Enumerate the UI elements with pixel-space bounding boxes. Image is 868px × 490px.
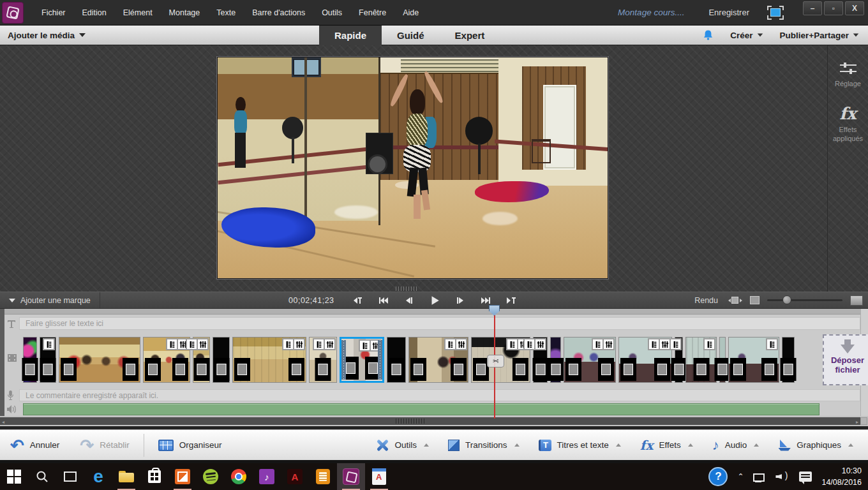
zoom-slider-thumb[interactable] — [782, 295, 791, 304]
applied-effects-label[interactable]: Effets appliqués — [828, 126, 868, 144]
transition-slot[interactable] — [22, 358, 38, 381]
menu-el-ment[interactable]: Elément — [123, 8, 153, 17]
network-icon[interactable] — [753, 471, 766, 482]
timeline-clip[interactable] — [213, 337, 230, 383]
timeline-clip[interactable] — [59, 337, 140, 383]
transition-slot[interactable] — [620, 358, 636, 381]
timeline-clip[interactable] — [550, 337, 561, 383]
timeline-clip[interactable] — [533, 337, 548, 383]
transition-slot[interactable] — [565, 358, 581, 381]
timeline-clip[interactable] — [719, 337, 726, 383]
fx-icon[interactable]: fx — [839, 105, 857, 122]
fit-to-window-icon[interactable] — [728, 297, 742, 304]
play-button[interactable] — [425, 294, 444, 307]
help-icon[interactable]: ? — [708, 467, 728, 486]
menu-fen-tre[interactable]: Fenêtre — [359, 8, 386, 17]
timeline-clip[interactable] — [408, 337, 468, 383]
screen-capture-icon[interactable] — [767, 6, 784, 20]
drop-file-zone[interactable]: Déposer fichier — [823, 334, 868, 385]
tab-guid[interactable]: Guidé — [382, 26, 440, 45]
minimize-button[interactable]: – — [803, 1, 822, 15]
adjust-label[interactable]: Réglage — [835, 80, 861, 89]
scrollbar-grip[interactable] — [396, 419, 425, 424]
menu-outils[interactable]: Outils — [322, 8, 342, 17]
taskbar-media-app-icon[interactable]: ♪ — [253, 463, 281, 490]
transition-slot[interactable] — [532, 358, 548, 381]
audio-button[interactable]: ♪Audio — [704, 430, 768, 461]
close-button[interactable]: X — [845, 1, 864, 15]
title-track-dropzone[interactable]: Faire glisser le texte ici — [19, 317, 860, 330]
timeline-zoom-slider[interactable] — [767, 299, 842, 301]
go-to-previous-marker-button[interactable] — [348, 294, 368, 307]
publish-share-button[interactable]: Publier+Partager — [780, 31, 859, 40]
transition-slot[interactable] — [410, 358, 426, 381]
timeline-clip[interactable] — [309, 337, 337, 383]
go-to-end-button[interactable] — [476, 294, 495, 307]
taskbar-edge-icon[interactable]: e — [84, 463, 112, 490]
transition-slot[interactable] — [598, 358, 614, 381]
split-clip-scissors-icon[interactable]: ✂ — [487, 355, 504, 368]
taskbar-task-view-icon[interactable] — [56, 463, 84, 490]
redo-button[interactable]: ↷ Rétablir — [70, 430, 139, 460]
taskbar-start-icon[interactable] — [0, 463, 28, 490]
timeline-clip[interactable] — [782, 337, 795, 383]
transition-slot[interactable] — [145, 358, 161, 381]
maximize-button[interactable]: ▫ — [824, 1, 843, 15]
timecode-display[interactable]: 00;02;41;23 — [288, 296, 334, 305]
timeline-clip[interactable] — [232, 337, 306, 383]
transition-slot[interactable] — [761, 358, 777, 381]
organizer-button[interactable]: Organiseur — [148, 430, 232, 460]
transition-slot[interactable] — [513, 358, 528, 381]
adjust-sliders-icon[interactable] — [840, 62, 857, 75]
timeline-clip[interactable] — [40, 337, 56, 383]
trim-handle-left[interactable] — [341, 340, 346, 380]
titres-et-texte-button[interactable]: TTitres et texte — [530, 430, 629, 461]
timeline-clip[interactable] — [143, 337, 190, 383]
timeline-clip[interactable] — [685, 337, 717, 383]
transition-slot[interactable] — [40, 358, 56, 381]
graphiques-button[interactable]: Graphiques — [770, 430, 862, 461]
timeline-clip[interactable] — [618, 337, 672, 383]
video-preview[interactable] — [217, 57, 608, 279]
timeline-clip[interactable] — [387, 337, 406, 383]
menu-edition[interactable]: Edition — [82, 8, 107, 17]
tab-expert[interactable]: Expert — [440, 26, 500, 45]
zoom-in-icon[interactable] — [850, 295, 863, 306]
taskbar-premiere-elements-icon[interactable] — [337, 463, 365, 490]
step-back-button[interactable] — [400, 294, 419, 307]
menu-texte[interactable]: Texte — [216, 8, 236, 17]
transitions-button[interactable]: Transitions — [440, 430, 528, 461]
transition-slot[interactable] — [654, 358, 670, 381]
transition-slot[interactable] — [193, 358, 209, 381]
save-button[interactable]: Enregistrer — [708, 8, 749, 17]
transition-slot[interactable] — [172, 358, 188, 381]
narration-track[interactable]: Le commentaire enregistré apparaît ici. — [19, 389, 860, 401]
transition-slot[interactable] — [671, 358, 687, 381]
transition-slot[interactable] — [213, 358, 229, 381]
timeline-clip[interactable] — [728, 337, 779, 383]
menu-montage[interactable]: Montage — [169, 8, 200, 17]
taskbar-spotify-icon[interactable] — [197, 463, 225, 490]
step-forward-button[interactable] — [451, 294, 470, 307]
outils-button[interactable]: Outils — [367, 430, 438, 461]
transition-slot[interactable] — [234, 358, 250, 381]
notifications-icon[interactable] — [799, 471, 812, 482]
notification-bell-icon[interactable] — [703, 29, 714, 41]
taskbar-file-explorer-icon[interactable] — [112, 463, 140, 490]
menu-fichier[interactable]: Fichier — [41, 8, 66, 17]
menu-barre-d-actions[interactable]: Barre d'actions — [252, 8, 305, 17]
music-track-clip[interactable] — [23, 403, 819, 415]
clock[interactable]: 10:30 14/08/2016 — [821, 465, 862, 488]
taskbar-acrobat-icon[interactable]: A — [281, 463, 309, 490]
show-hidden-icons[interactable]: ⌃ — [737, 472, 744, 481]
scroll-left-icon[interactable]: ◂ — [2, 419, 4, 425]
tab-rapide[interactable]: Rapide — [319, 26, 382, 45]
taskbar-store-icon[interactable] — [140, 463, 168, 490]
timeline-ruler[interactable] — [4, 309, 868, 315]
timeline-clip[interactable] — [23, 337, 37, 383]
volume-icon[interactable] — [775, 471, 789, 482]
add-marker-button[interactable]: Ajouter une marque — [0, 292, 100, 308]
effets-button[interactable]: fxEffets — [632, 430, 701, 461]
go-to-next-marker-button[interactable] — [502, 294, 521, 307]
transition-slot[interactable] — [315, 358, 331, 381]
